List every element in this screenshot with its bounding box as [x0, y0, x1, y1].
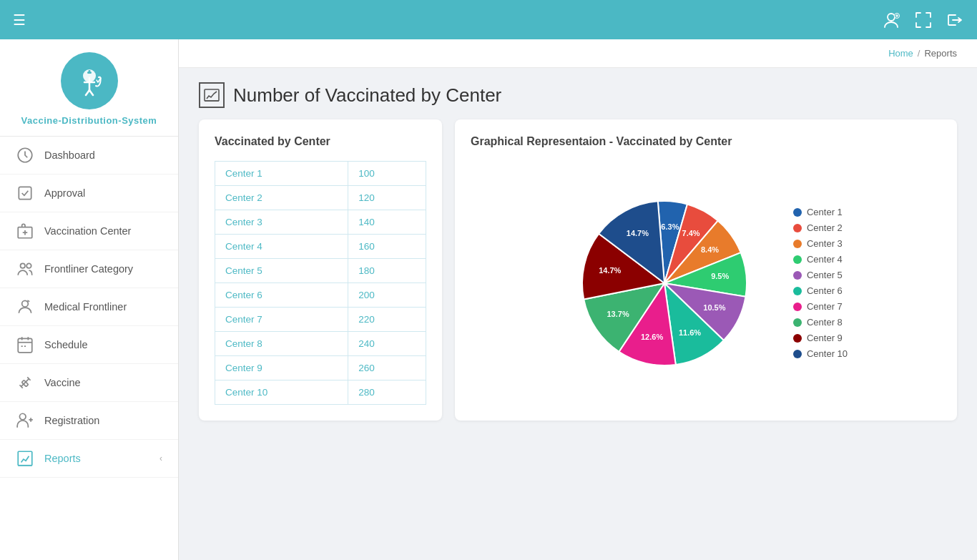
- svg-rect-34: [205, 89, 219, 101]
- table-cell-center: Center 4: [215, 235, 348, 259]
- table-cell-center: Center 5: [215, 259, 348, 283]
- sidebar-item-dashboard[interactable]: Dashboard: [0, 137, 178, 175]
- chart-legend: Center 1Center 2Center 3Center 4Center 5…: [793, 207, 848, 359]
- sidebar-item-vaccination-center[interactable]: Vaccination Center: [0, 212, 178, 250]
- pie-chart-svg: 6.3%7.4%8.4%9.5%10.5%11.6%12.6%13.7%14.7…: [564, 183, 765, 383]
- svg-point-16: [21, 263, 26, 268]
- vaccination-center-icon: [16, 222, 34, 240]
- table-card-title: Vaccinated by Center: [215, 135, 426, 148]
- sidebar-item-frontliner-category[interactable]: Frontliner Category: [0, 250, 178, 288]
- sidebar-label-reports: Reports: [44, 453, 81, 464]
- sidebar-item-registration[interactable]: Registration: [0, 402, 178, 440]
- table-row: Center 9260: [215, 356, 426, 380]
- topbar: ☰: [0, 0, 977, 39]
- pie-label: 8.4%: [701, 245, 719, 254]
- sidebar-label-medical-frontliner: Medical Frontliner: [44, 301, 127, 313]
- legend-item: Center 1: [793, 207, 848, 217]
- table-cell-center: Center 10: [215, 380, 348, 405]
- sidebar-label-registration: Registration: [44, 415, 99, 426]
- reports-icon: [16, 449, 34, 468]
- legend-dot: [793, 271, 802, 280]
- svg-rect-6: [88, 70, 90, 72]
- legend-label: Center 4: [807, 254, 843, 265]
- approval-icon: [16, 184, 34, 202]
- table-cell-center: Center 9: [215, 356, 348, 380]
- sidebar-label-schedule: Schedule: [44, 339, 87, 350]
- sidebar-label-approval: Approval: [44, 187, 85, 199]
- svg-point-18: [22, 300, 29, 307]
- pie-label: 10.5%: [703, 303, 725, 312]
- logo-circle: [61, 52, 118, 109]
- table-cell-count: 200: [348, 283, 426, 308]
- breadcrumb-home-link[interactable]: Home: [888, 48, 913, 59]
- sidebar-item-reports[interactable]: Reports ‹: [0, 440, 178, 478]
- page-header: Number of Vaccinated by Center: [179, 68, 977, 119]
- legend-label: Center 1: [807, 207, 843, 217]
- logo-text: Vaccine-Distribution-System: [21, 115, 157, 126]
- sidebar-item-approval[interactable]: Approval: [0, 175, 178, 212]
- svg-line-10: [89, 90, 93, 95]
- legend-item: Center 4: [793, 254, 848, 265]
- table-row: Center 5180: [215, 259, 426, 283]
- table-row: Center 6200: [215, 283, 426, 308]
- schedule-icon: [16, 335, 34, 354]
- sidebar-label-frontliner-category: Frontliner Category: [44, 263, 133, 275]
- table-cell-count: 240: [348, 332, 426, 356]
- logout-icon[interactable]: [946, 11, 964, 29]
- user-settings-icon[interactable]: [881, 10, 901, 30]
- legend-label: Center 6: [807, 285, 843, 296]
- pie-label: 14.7%: [599, 265, 621, 274]
- table-cell-count: 120: [348, 186, 426, 210]
- legend-label: Center 3: [807, 238, 843, 249]
- sidebar-item-medical-frontliner[interactable]: Medical Frontliner: [0, 288, 178, 326]
- sidebar-label-vaccination-center: Vaccination Center: [44, 225, 131, 237]
- legend-label: Center 10: [807, 348, 848, 359]
- table-cell-center: Center 3: [215, 210, 348, 235]
- dashboard-icon: [16, 146, 34, 164]
- legend-item: Center 8: [793, 317, 848, 328]
- hamburger-icon[interactable]: ☰: [13, 11, 26, 29]
- sidebar-label-dashboard: Dashboard: [44, 149, 95, 161]
- table-row: Center 1100: [215, 162, 426, 186]
- legend-dot: [793, 303, 802, 311]
- table-card: Vaccinated by Center Center 1100Center 2…: [199, 119, 442, 421]
- table-cell-center: Center 1: [215, 162, 348, 186]
- legend-label: Center 5: [807, 270, 843, 280]
- sidebar-item-vaccine[interactable]: Vaccine: [0, 364, 178, 402]
- legend-item: Center 2: [793, 222, 848, 233]
- legend-item: Center 5: [793, 270, 848, 280]
- table-row: Center 8240: [215, 332, 426, 356]
- vaccine-icon: [16, 373, 34, 392]
- legend-label: Center 9: [807, 333, 843, 343]
- content-area: Home / Reports Number of Vaccinated by C…: [179, 39, 977, 560]
- fullscreen-icon[interactable]: [914, 11, 933, 29]
- legend-label: Center 2: [807, 222, 843, 233]
- pie-label: 14.7%: [627, 229, 649, 237]
- pie-label: 11.6%: [679, 328, 701, 336]
- breadcrumb-separator: /: [918, 48, 920, 59]
- chart-area: 6.3%7.4%8.4%9.5%10.5%11.6%12.6%13.7%14.7…: [471, 161, 941, 405]
- sidebar-label-vaccine: Vaccine: [44, 377, 81, 388]
- table-cell-center: Center 6: [215, 283, 348, 308]
- table-cell-center: Center 2: [215, 186, 348, 210]
- table-row: Center 2120: [215, 186, 426, 210]
- table-cell-center: Center 7: [215, 308, 348, 332]
- table-cell-count: 180: [348, 259, 426, 283]
- svg-point-17: [26, 263, 31, 268]
- legend-item: Center 6: [793, 285, 848, 296]
- breadcrumb: Home / Reports: [179, 39, 977, 68]
- svg-rect-19: [18, 338, 32, 353]
- table-cell-count: 100: [348, 162, 426, 186]
- pie-label: 9.5%: [711, 272, 729, 280]
- reports-chevron-icon: ‹: [159, 453, 162, 463]
- sidebar-item-schedule[interactable]: Schedule: [0, 326, 178, 364]
- table-cell-count: 140: [348, 210, 426, 235]
- frontliner-category-icon: [16, 260, 34, 278]
- table-cell-count: 160: [348, 235, 426, 259]
- sidebar: Vaccine-Distribution-System Dashboard Ap…: [0, 39, 179, 560]
- legend-item: Center 7: [793, 301, 848, 312]
- pie-label: 7.4%: [682, 229, 700, 237]
- svg-rect-5: [87, 72, 92, 74]
- cards-row: Vaccinated by Center Center 1100Center 2…: [179, 119, 977, 441]
- breadcrumb-current: Reports: [924, 48, 957, 59]
